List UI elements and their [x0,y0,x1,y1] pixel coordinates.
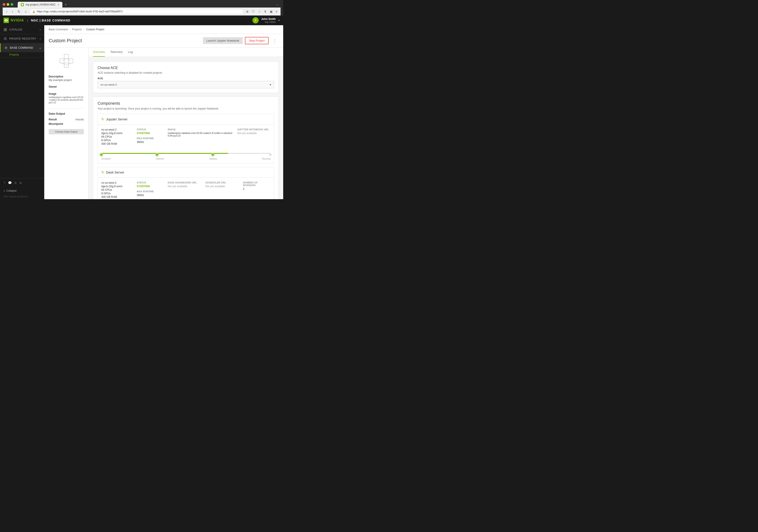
url-display: https://ngc.nvidia.com/projects/8d97c8e0… [37,10,123,13]
user-org: org / team [261,20,276,23]
active-tab[interactable]: my-project | NVIDIA NGC ✕ [18,2,62,8]
svg-rect-5 [6,30,7,31]
page-title: Custom Project [49,38,82,44]
tab-telemetry[interactable]: Telemetry [110,48,122,57]
stop-project-button[interactable]: Stop Project [245,37,269,44]
tab-close-button[interactable]: ✕ [57,3,59,6]
jupyter-url-group: Jupyter Notebook URL Not yet available [237,128,270,146]
choose-data-output-button[interactable]: Choose Data Output [49,129,84,134]
bookmark-icon[interactable]: ☆ [257,9,262,14]
components-subtitle: Your project is launching. Once your pro… [98,107,274,110]
settings-icon[interactable]: ⊗ [19,181,22,185]
ace-title: Choose ACE [98,66,274,70]
minimize-traffic-light[interactable] [7,3,9,6]
image-label: Image [49,92,84,95]
chat-icon[interactable]: 💬 [8,181,12,185]
catalog-label: CATALOG [9,28,22,31]
browser-toolbar: ‹ › ↻ ⌂ 🔒 https://ngc.nvidia.com/project… [3,8,281,16]
tab-title: my-project | NVIDIA NGC [26,3,55,6]
dask-scheduler-group: Scheduler URL Not yet available [205,181,238,199]
user-menu-chevron[interactable]: ▾ [278,19,280,22]
jupyter-gpus: 8 GPUs [101,139,132,142]
dask-status-label: Status [137,181,163,184]
jupyter-url-label: Jupyter Notebook URL [237,128,270,131]
extensions-icon[interactable]: ⊕ [245,9,250,14]
dask-server-info: nv-us-west-2 dgx1v.32g.8.norm 64 CPUs 8 … [101,181,132,199]
base-command-label: BASE COMMAND [10,46,33,49]
jupyter-label-running: Running [262,158,270,160]
ace-select[interactable]: nv-us-west-2 ▾ [98,81,274,88]
jupyter-label-accepted: Accepted [101,158,111,160]
maximize-traffic-light[interactable] [11,3,13,6]
jupyter-ram: 400 GB RAM [101,142,132,145]
dask-dashboard-label: Dask Dashboard URL [168,181,201,184]
jupyter-instance: dgx1v.32g.8.norm [101,132,132,135]
api-icon[interactable]: ⧉ [15,181,17,185]
jupyter-dot-starting [211,153,214,156]
dask-server: nv-us-west-2 [101,181,132,184]
breadcrumb-sep-2: › [84,28,84,31]
jupyter-status-label: Status [137,128,163,131]
svg-line-14 [6,48,7,49]
left-panel: Description My example project Owner Ima… [44,48,88,199]
header-divider: | [27,19,28,22]
tab-log[interactable]: Log [128,48,133,57]
registry-item-left: PRIVATE REGISTRY [4,37,36,41]
home-button[interactable]: ⌂ [23,9,28,14]
breadcrumb-sep-1: › [69,28,70,31]
image-group: Image nvidian/pym-rapidsai-core:23.02-cu… [49,92,84,104]
dask-workers-group: Number of Workers 2 [243,181,270,199]
close-traffic-light[interactable] [3,3,5,6]
description-group: Description My example project [49,75,84,82]
tab-favicon [21,3,24,6]
dask-status-value: STARTING [137,185,163,188]
mountpoint-label: Mountpoint [49,123,63,125]
sidebar-item-catalog[interactable]: CATALOG ▾ [0,25,44,34]
jupyter-status-value: STARTING [137,132,163,135]
tab-layout-icon[interactable]: ▣ [269,9,273,14]
forward-button[interactable]: › [10,9,14,14]
app: NVIDIA | NGC | BASE COMMAND J John Smith… [0,16,283,199]
download-icon[interactable]: ⬇ [263,9,267,14]
breadcrumb-base-command[interactable]: Base Command [49,28,68,31]
collapse-button[interactable]: « Collapse [0,188,44,194]
sidebar-item-base-command[interactable]: BASE COMMAND ▴ [0,43,44,52]
svg-rect-3 [6,28,7,29]
dask-body: nv-us-west-2 dgx1v.32g.8.norm 64 CPUs 8 … [98,178,274,199]
jupyter-dot-accepted [100,153,103,156]
address-bar[interactable]: 🔒 https://ngc.nvidia.com/projects/8d97c8… [30,9,243,14]
dask-ram: 400 GB RAM [101,195,132,198]
app-body: CATALOG ▾ PRIVATE [0,25,283,199]
more-options-button[interactable]: ⋮ [271,37,279,44]
new-tab-button[interactable]: + [63,2,68,8]
svg-rect-4 [4,30,5,31]
reload-button[interactable]: ↻ [16,9,22,14]
catalog-chevron: ▾ [40,28,41,31]
dask-instance: dgx1v.32g.8.norm [101,185,132,188]
dask-title: Dask Server [106,170,124,174]
ace-subtitle: ACE instance switching is disabled for c… [98,71,274,74]
tab-overview[interactable]: Overview [93,48,105,57]
svg-point-7 [5,39,6,39]
svg-point-11 [6,49,6,49]
jupyter-image-label: Image [168,128,233,131]
ngc-version: NGC Version v2.282.0-r1 [0,194,44,199]
menu-icon[interactable]: ≡ [275,9,278,14]
jupyter-runtime-label: Max Runtime [137,137,163,140]
shield-icon: 🛡 [251,9,256,14]
sidebar-spacer [0,57,44,178]
sidebar-item-private-registry[interactable]: PRIVATE REGISTRY ▾ [0,34,44,43]
back-button[interactable]: ‹ [5,9,9,14]
sidebar-item-projects[interactable]: Projects [0,52,44,57]
jupyter-label-starting: Starting [209,158,217,160]
jupyter-dot-running [269,154,271,156]
jupyter-progress-section: Accepted Queued Starting Running [98,149,274,163]
dask-scheduler-label: Scheduler URL [205,181,238,184]
breadcrumb-projects[interactable]: Projects [72,28,82,31]
help-icon[interactable]: ? [4,181,5,185]
data-output-title: Data Output [49,112,84,115]
app-logo: NVIDIA | NGC | BASE COMMAND [4,18,70,23]
launch-jupyter-button[interactable]: Launch Jupyter Notebook [203,37,243,44]
components-card: Components Your project is launching. On… [93,96,279,199]
dask-refresh-icon: ↻ [101,170,104,174]
